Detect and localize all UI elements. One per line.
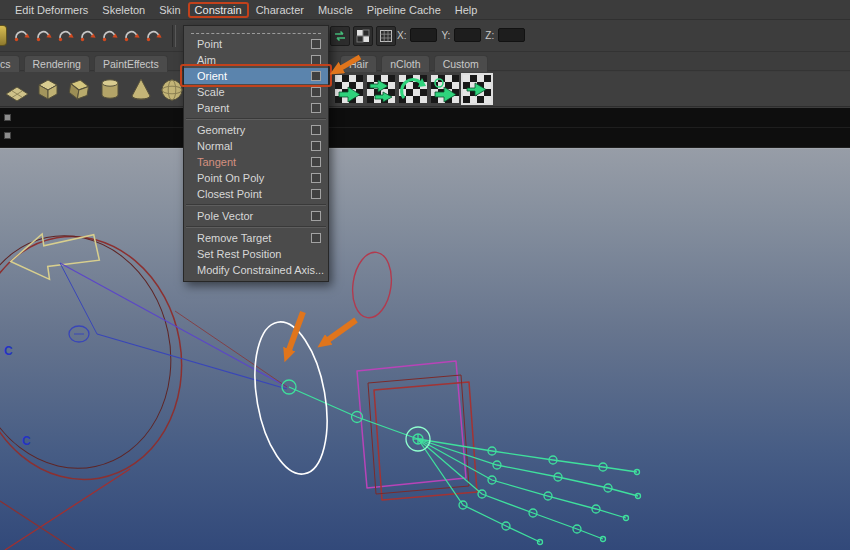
menu-item-pole-vector[interactable]: Pole Vector	[184, 208, 328, 224]
render-icon-3[interactable]	[376, 26, 396, 46]
option-box-icon[interactable]	[311, 87, 321, 97]
magenta-cube-wire[interactable]	[357, 361, 466, 488]
shelf-tab-dynamics[interactable]: cs	[0, 55, 20, 72]
menu-item-parent[interactable]: Parent	[184, 100, 328, 116]
option-box-icon[interactable]	[311, 233, 321, 243]
panel-toolbar	[0, 108, 850, 148]
menu-item-scale[interactable]: Scale	[184, 84, 328, 100]
option-box-icon[interactable]	[311, 125, 321, 135]
red-small-curve[interactable]	[349, 250, 396, 321]
poly-cylinder-icon[interactable]	[96, 75, 124, 103]
shelf-tab-group-left: cs Rendering PaintEffects	[0, 55, 168, 72]
menu-item-point[interactable]: Point	[184, 36, 328, 52]
menu-item-label: Scale	[197, 86, 311, 98]
render-icon-1[interactable]	[330, 26, 350, 46]
menu-item-set-rest-position[interactable]: Set Rest Position	[184, 246, 328, 262]
menu-item-label: Point On Poly	[197, 172, 311, 184]
menu-skeleton[interactable]: Skeleton	[95, 3, 152, 17]
menu-separator	[186, 226, 326, 228]
menu-item-tangent[interactable]: Tangent	[184, 154, 328, 170]
constraint-shelf-icon-3[interactable]	[399, 75, 427, 103]
menu-item-label: Remove Target	[197, 232, 311, 244]
option-box-icon[interactable]	[311, 211, 321, 221]
shelf-tab-custom[interactable]: Custom	[434, 55, 488, 72]
menu-item-geometry[interactable]: Geometry	[184, 122, 328, 138]
shelf-tab-hair[interactable]: Hair	[340, 55, 377, 72]
menu-help[interactable]: Help	[448, 3, 485, 17]
shelf	[0, 72, 850, 107]
constraint-shelf-icon-5[interactable]	[463, 75, 491, 103]
snap-icon-4[interactable]	[78, 26, 97, 45]
menu-item-point-on-poly[interactable]: Point On Poly	[184, 170, 328, 186]
render-icon-group	[330, 26, 396, 46]
toolbar-grip[interactable]	[172, 25, 176, 47]
panel-icon-2[interactable]	[4, 132, 11, 139]
option-box-icon[interactable]	[311, 173, 321, 183]
constraint-shelf-icon-1[interactable]	[335, 75, 363, 103]
menu-pipeline-cache[interactable]: Pipeline Cache	[360, 3, 448, 17]
partial-tool-icon[interactable]	[0, 25, 7, 46]
viewport-label-c1: C	[4, 344, 13, 358]
menu-item-closest-point[interactable]: Closest Point	[184, 186, 328, 202]
render-icon-2[interactable]	[353, 26, 373, 46]
menu-item-label: Modify Constrained Axis...	[197, 264, 324, 276]
shelf-tab-ncloth[interactable]: nCloth	[381, 55, 429, 72]
yellow-arrow-curve[interactable]	[7, 227, 101, 285]
menu-item-remove-target[interactable]: Remove Target	[184, 230, 328, 246]
menu-item-normal[interactable]: Normal	[184, 138, 328, 154]
primitive-icon-group	[3, 75, 186, 103]
poly-plane-icon[interactable]	[3, 75, 31, 103]
x-label: X:	[397, 30, 406, 41]
menu-constrain[interactable]: Constrain	[188, 2, 249, 18]
menu-muscle[interactable]: Muscle	[311, 3, 360, 17]
option-box-icon[interactable]	[311, 103, 321, 113]
viewport-scene: C C	[0, 149, 850, 550]
menu-item-label: Aim	[197, 54, 311, 66]
poly-sphere-icon[interactable]	[158, 75, 186, 103]
option-box-icon[interactable]	[311, 157, 321, 167]
snap-icon-7[interactable]	[144, 26, 163, 45]
poly-cube-icon[interactable]	[34, 75, 62, 103]
snap-icon-3[interactable]	[56, 26, 75, 45]
menu-skin[interactable]: Skin	[152, 3, 187, 17]
constrain-menu-popup: Point Aim Orient Scale Parent Geometry N…	[183, 25, 329, 282]
constraint-shelf-icon-2[interactable]	[367, 75, 395, 103]
shelf-tab-group-right: Hair nCloth Custom	[340, 55, 488, 72]
menu-item-modify-constrained-axis[interactable]: Modify Constrained Axis...	[184, 262, 328, 278]
constraint-shelf-icon-4[interactable]	[431, 75, 459, 103]
menu-item-label: Orient	[197, 70, 311, 82]
x-coordinate-input[interactable]	[410, 28, 437, 42]
snap-icon-2[interactable]	[34, 26, 53, 45]
menu-tearoff[interactable]	[191, 29, 321, 34]
viewport-label-c2: C	[22, 434, 31, 448]
snap-icon-5[interactable]	[100, 26, 119, 45]
snap-icon-6[interactable]	[122, 26, 141, 45]
z-coordinate-input[interactable]	[498, 28, 525, 42]
menu-edit-deformers[interactable]: Edit Deformers	[8, 3, 95, 17]
menu-item-orient[interactable]: Orient	[184, 68, 328, 84]
y-coordinate-input[interactable]	[454, 28, 481, 42]
snap-icon-1[interactable]	[12, 26, 31, 45]
option-box-icon[interactable]	[311, 39, 321, 49]
viewport[interactable]: C C	[0, 148, 850, 550]
shelf-tab-painteffects[interactable]: PaintEffects	[94, 55, 168, 72]
menu-item-label: Closest Point	[197, 188, 311, 200]
hand-skeleton[interactable]	[282, 380, 641, 545]
option-box-icon[interactable]	[311, 55, 321, 65]
option-box-icon[interactable]	[311, 141, 321, 151]
panel-icon-1[interactable]	[4, 114, 11, 121]
menu-item-aim[interactable]: Aim	[184, 52, 328, 68]
red-circle-curve[interactable]	[0, 217, 201, 496]
option-box-icon[interactable]	[311, 71, 321, 81]
poly-cube-icon-2[interactable]	[65, 75, 93, 103]
menu-separator	[186, 118, 326, 120]
poly-cone-icon[interactable]	[127, 75, 155, 103]
menu-item-label: Geometry	[197, 124, 311, 136]
menu-character[interactable]: Character	[249, 3, 311, 17]
selection-circle[interactable]	[244, 316, 338, 479]
panel-divider	[0, 127, 850, 128]
menu-item-label: Pole Vector	[197, 210, 311, 222]
option-box-icon[interactable]	[311, 189, 321, 199]
shelf-tab-rendering[interactable]: Rendering	[24, 55, 90, 72]
constraint-icon-group	[335, 75, 491, 103]
